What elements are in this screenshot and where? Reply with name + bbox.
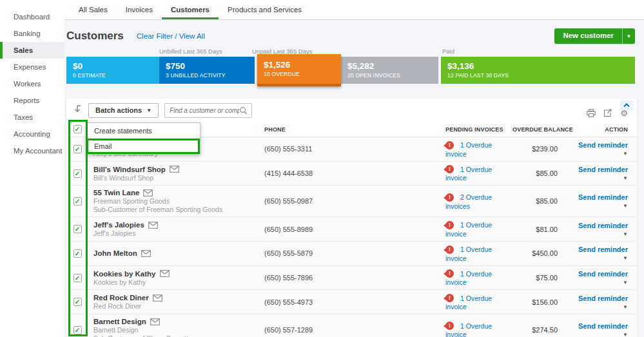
page-title: Customers — [66, 30, 124, 43]
clear-filter-link[interactable]: Clear Filter / View All — [137, 32, 205, 40]
col-phone[interactable]: PHONE — [259, 122, 440, 137]
envelope-icon[interactable] — [170, 166, 179, 173]
send-reminder-link[interactable]: Send reminder — [578, 222, 628, 229]
print-icon[interactable] — [587, 109, 596, 117]
menu-item-create-statements[interactable]: Create statements — [86, 123, 200, 139]
send-reminder-link[interactable]: Send reminder — [578, 246, 628, 253]
overdue-balance-value: $75.00 — [507, 265, 567, 290]
customer-name[interactable]: Barnett Design — [93, 318, 146, 325]
unbilled-label: 3 UNBILLED ACTIVITY — [166, 72, 255, 79]
main-content: All Sales Invoices Customers Products an… — [64, 0, 644, 337]
action-chevron-down-icon[interactable]: ▼ — [623, 332, 628, 337]
send-reminder-link[interactable]: Send reminder — [578, 294, 628, 302]
action-chevron-down-icon[interactable]: ▼ — [623, 203, 628, 209]
new-customer-button[interactable]: New customer ▼ — [554, 28, 635, 44]
table-row[interactable]: ✓ Kookies by Kathy Kookies by Kathy (650… — [66, 265, 637, 290]
table-row[interactable]: ✓ 55 Twin Lane Freeman Sporting Goods Su… — [66, 186, 637, 217]
chevron-up-icon — [623, 103, 630, 108]
moneybar-paid-segment[interactable]: $3,136 12 PAID LAST 30 DAYS — [441, 57, 635, 84]
sidebar-item-taxes[interactable]: Taxes — [0, 109, 64, 126]
customer-company-subtext: Bill's Windsurf Shop — [93, 174, 254, 182]
tab-customers[interactable]: Customers — [162, 1, 219, 19]
batch-actions-button[interactable]: Batch actions ▼ — [88, 103, 159, 118]
collapse-moneybar-button[interactable] — [620, 101, 633, 110]
envelope-icon[interactable] — [150, 318, 160, 325]
row-checkbox[interactable]: ✓ — [73, 225, 82, 233]
col-overdue-balance[interactable]: OVERDUE BALANCE — [507, 122, 567, 137]
send-reminder-link[interactable]: Send reminder — [578, 322, 628, 330]
sidebar-item-accounting[interactable]: Accounting — [0, 126, 64, 142]
envelope-icon[interactable] — [143, 189, 153, 197]
overdue-exclamation-icon: ! — [445, 193, 454, 202]
overdue-exclamation-icon: ! — [445, 294, 454, 302]
sidebar-item-my-accountant[interactable]: My Accountant — [0, 142, 64, 159]
customer-name[interactable]: Bill's Windsurf Shop — [93, 166, 166, 173]
action-chevron-down-icon[interactable]: ▼ — [623, 151, 628, 157]
envelope-icon[interactable] — [141, 250, 151, 257]
menu-item-email[interactable]: Email — [86, 139, 200, 154]
customer-name[interactable]: 55 Twin Lane — [93, 189, 139, 197]
action-chevron-down-icon[interactable]: ▼ — [623, 280, 628, 285]
table-row[interactable]: ✓ Red Rock Diner Red Rock Diner (650) 55… — [66, 290, 637, 314]
send-reminder-link[interactable]: Send reminder — [578, 166, 628, 173]
sidebar-item-workers[interactable]: Workers — [0, 75, 64, 92]
table-row[interactable]: ✓ John Melton (650) 555-5879 ! 1 Overdue… — [66, 242, 637, 266]
customer-phone: (650) 555-4973 — [259, 290, 440, 314]
sidebar-item-sales[interactable]: Sales — [0, 42, 64, 59]
customer-search — [164, 103, 252, 118]
estimate-label: 0 ESTIMATE — [73, 72, 159, 79]
col-pending-invoices[interactable]: PENDING INVOICES — [440, 122, 507, 137]
table-row[interactable]: ✓ Bill's Windsurf Shop Bill's Windsurf S… — [66, 161, 637, 186]
chevron-down-icon[interactable]: ▼ — [622, 28, 635, 44]
envelope-icon[interactable] — [148, 222, 158, 229]
action-chevron-down-icon[interactable]: ▼ — [623, 304, 628, 310]
estimate-amount: $0 — [73, 61, 159, 71]
search-input[interactable] — [170, 107, 239, 114]
row-checkbox[interactable]: ✓ — [73, 145, 82, 153]
envelope-icon[interactable] — [153, 294, 162, 302]
moneybar-unbilled-segment[interactable]: $750 3 UNBILLED ACTIVITY — [159, 57, 255, 84]
search-icon[interactable] — [239, 106, 248, 115]
sidebar-item-banking[interactable]: Banking — [0, 25, 64, 42]
envelope-icon[interactable] — [160, 270, 170, 277]
customer-phone: (415) 444-6538 — [259, 161, 440, 186]
moneybar-overdue-segment[interactable]: $1,526 10 OVERDUE — [257, 54, 341, 86]
table-row[interactable]: ✓ Barnett Design Barnett Design Sub-Cust… — [66, 314, 637, 337]
customer-name[interactable]: John Melton — [93, 249, 137, 257]
table-row[interactable]: ✓ Jeff's Jalopies Jeff's Jalopies (650) … — [66, 217, 637, 242]
select-all-checkbox[interactable]: ✓ — [73, 125, 82, 133]
row-checkbox[interactable]: ✓ — [73, 249, 82, 258]
tab-all-sales[interactable]: All Sales — [70, 1, 117, 19]
row-checkbox[interactable]: ✓ — [73, 326, 82, 334]
batch-actions-menu: Create statements Email — [86, 122, 200, 155]
action-chevron-down-icon[interactable]: ▼ — [623, 175, 628, 181]
customer-name[interactable]: Kookies by Kathy — [93, 270, 156, 278]
row-checkbox[interactable]: ✓ — [73, 298, 82, 306]
customer-phone: (650) 555-5879 — [259, 242, 440, 266]
sidebar-item-expenses[interactable]: Expenses — [0, 59, 64, 75]
action-chevron-down-icon[interactable]: ▼ — [623, 255, 628, 261]
overdue-balance-value: $85.00 — [507, 161, 567, 186]
moneybar-estimates-segment[interactable]: $0 0 ESTIMATE — [66, 57, 159, 84]
batch-actions-label: Batch actions — [95, 106, 142, 114]
row-checkbox[interactable]: ✓ — [73, 274, 82, 282]
row-checkbox[interactable]: ✓ — [73, 169, 82, 178]
import-down-arrow-icon[interactable] — [73, 104, 83, 117]
sidebar-item-reports[interactable]: Reports — [0, 92, 64, 109]
tab-products-services[interactable]: Products and Services — [219, 1, 311, 19]
export-icon[interactable] — [603, 109, 612, 117]
send-reminder-link[interactable]: Send reminder — [578, 141, 628, 149]
customer-company-subtext: Kookies by Kathy — [93, 278, 254, 286]
send-reminder-link[interactable]: Send reminder — [578, 193, 628, 201]
action-chevron-down-icon[interactable]: ▼ — [623, 231, 628, 237]
customer-name[interactable]: Red Rock Diner — [93, 294, 149, 302]
customer-name[interactable]: Jeff's Jalopies — [93, 221, 144, 229]
sidebar-item-dashboard[interactable]: Dashboard — [0, 8, 64, 25]
customer-company-subtext: Barnett Design — [93, 326, 254, 334]
tab-invoices[interactable]: Invoices — [117, 1, 162, 19]
moneybar-open-invoices-segment[interactable]: $5,282 20 OPEN INVOICES — [341, 57, 438, 84]
send-reminder-link[interactable]: Send reminder — [578, 270, 628, 278]
overdue-balance-value: $156.00 — [507, 290, 567, 314]
row-checkbox[interactable]: ✓ — [73, 197, 82, 206]
overdue-balance-value: $450.00 — [507, 242, 567, 266]
